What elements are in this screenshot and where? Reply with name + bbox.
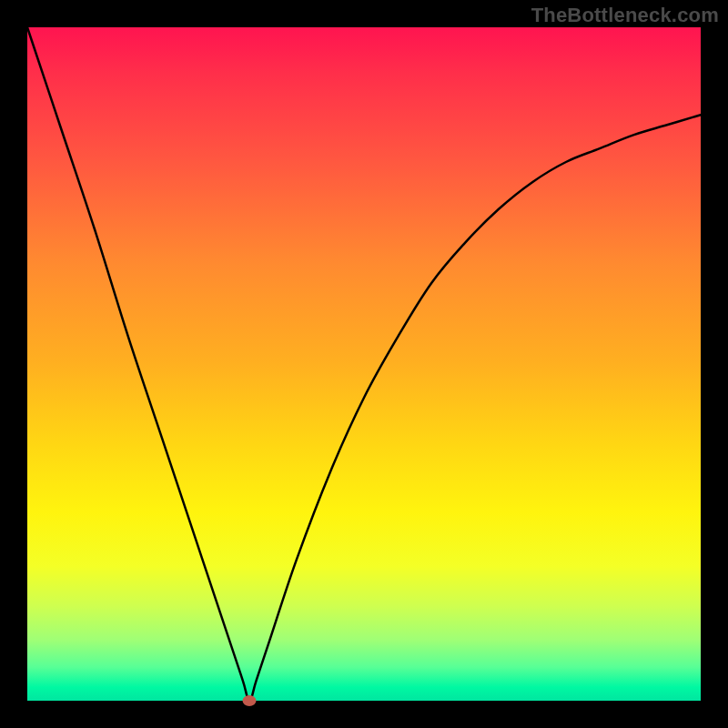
plot-area bbox=[27, 27, 701, 701]
minimum-marker bbox=[243, 695, 257, 706]
chart-frame: TheBottleneck.com bbox=[0, 0, 728, 728]
bottleneck-curve bbox=[27, 27, 701, 701]
watermark-text: TheBottleneck.com bbox=[531, 4, 719, 27]
curve-svg bbox=[27, 27, 701, 701]
